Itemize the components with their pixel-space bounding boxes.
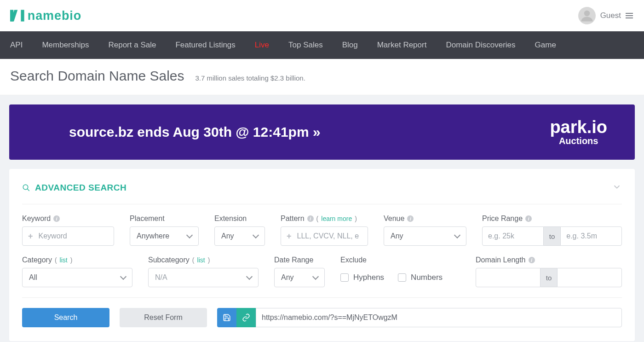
- field-exclude: Exclude Hyphens Numbers: [340, 256, 460, 287]
- info-icon[interactable]: i: [307, 215, 314, 222]
- nav-discoveries[interactable]: Domain Discoveries: [446, 41, 515, 50]
- learn-more-link[interactable]: learn more: [321, 215, 352, 222]
- form-row-2: Category (list) All Subcategory (list) N…: [22, 256, 622, 287]
- svg-point-4: [584, 11, 590, 17]
- banner-brand: park.io: [550, 118, 607, 136]
- page-title: Search Domain Name Sales: [10, 68, 184, 84]
- field-subcategory: Subcategory (list) N/A: [148, 256, 259, 287]
- panel-header[interactable]: ADVANCED SEARCH: [22, 182, 622, 204]
- page-title-row: Search Domain Name Sales 3.7 million sal…: [0, 59, 644, 95]
- subcategory-list-link[interactable]: list: [197, 256, 205, 264]
- nav-game[interactable]: Game: [535, 41, 556, 50]
- copy-link-button[interactable]: [236, 308, 256, 327]
- svg-line-6: [27, 189, 29, 191]
- venue-select[interactable]: Any: [384, 226, 466, 246]
- field-keyword: Keywordi +: [22, 214, 114, 246]
- nav-blog[interactable]: Blog: [342, 41, 358, 50]
- user-label[interactable]: Guest: [600, 11, 621, 20]
- avatar[interactable]: [578, 7, 596, 24]
- user-area: Guest: [578, 7, 633, 24]
- nav-report[interactable]: Report a Sale: [108, 41, 156, 50]
- label-keyword: Keyword: [22, 214, 51, 223]
- panel-title: ADVANCED SEARCH: [35, 183, 126, 193]
- label-venue: Venue: [384, 214, 404, 223]
- label-domainlen: Domain Length: [476, 256, 526, 264]
- page-subtitle: 3.7 million sales totaling $2.3 billion.: [196, 74, 305, 82]
- main-nav: API Memberships Report a Sale Featured L…: [0, 31, 644, 59]
- menu-icon[interactable]: [626, 13, 633, 18]
- nav-memberships[interactable]: Memberships: [42, 41, 89, 50]
- placement-select[interactable]: Anywhere: [130, 226, 199, 246]
- link-icon: [242, 313, 250, 322]
- field-extension: Extension Any: [214, 214, 265, 246]
- len-min-input[interactable]: [476, 268, 540, 287]
- banner-brand-block: park.io Auctions: [550, 118, 607, 146]
- field-daterange: Date Range Any: [274, 256, 325, 287]
- field-domainlen: Domain Lengthi to: [476, 256, 622, 287]
- search-icon: [22, 184, 30, 192]
- banner-brand-sub: Auctions: [550, 136, 607, 146]
- field-venue: Venuei Any: [384, 214, 466, 246]
- nav-live[interactable]: Live: [255, 41, 269, 50]
- pattern-input-wrap: +: [281, 226, 368, 246]
- len-max-input[interactable]: [558, 268, 621, 287]
- price-min-input[interactable]: [483, 227, 543, 245]
- nav-market[interactable]: Market Report: [377, 41, 427, 50]
- price-max-input[interactable]: [561, 227, 621, 245]
- label-pattern: Pattern: [281, 214, 305, 223]
- promo-banner[interactable]: source.bz ends Aug 30th @ 12:41pm » park…: [9, 104, 635, 160]
- label-extension: Extension: [214, 214, 247, 223]
- share-group: [217, 308, 622, 327]
- exclude-hyphens-checkbox[interactable]: Hyphens: [340, 273, 384, 282]
- save-icon: [223, 313, 231, 322]
- info-icon[interactable]: i: [407, 215, 414, 222]
- label-placement: Placement: [130, 214, 165, 223]
- banner-headline: source.bz ends Aug 30th @ 12:41pm »: [69, 124, 321, 140]
- field-placement: Placement Anywhere: [130, 214, 199, 246]
- label-daterange: Date Range: [274, 256, 313, 264]
- reset-button[interactable]: Reset Form: [120, 308, 207, 327]
- keyword-input[interactable]: [33, 227, 114, 245]
- info-icon[interactable]: i: [53, 215, 60, 222]
- plus-icon: +: [23, 232, 33, 241]
- svg-point-5: [23, 185, 28, 190]
- actions-row: Search Reset Form: [22, 308, 622, 327]
- keyword-input-wrap: +: [22, 226, 114, 246]
- category-select[interactable]: All: [22, 268, 132, 287]
- label-subcategory: Subcategory: [148, 256, 190, 264]
- label-exclude: Exclude: [340, 256, 367, 264]
- top-bar: namebio Guest: [0, 0, 644, 31]
- category-list-link[interactable]: list: [60, 256, 68, 264]
- nav-topsales[interactable]: Top Sales: [288, 41, 323, 50]
- svg-rect-2: [21, 10, 24, 21]
- info-icon[interactable]: i: [525, 215, 532, 222]
- plus-icon: +: [281, 232, 292, 241]
- label-category: Category: [22, 256, 52, 264]
- field-pattern: Pattern i (learn more) +: [281, 214, 368, 246]
- label-price: Price Range: [482, 214, 523, 223]
- form-row-1: Keywordi + Placement Anywhere Extension …: [22, 214, 622, 246]
- subcategory-select[interactable]: N/A: [148, 268, 259, 287]
- info-icon[interactable]: i: [529, 257, 535, 263]
- nav-featured[interactable]: Featured Listings: [175, 41, 235, 50]
- svg-text:namebio: namebio: [28, 9, 81, 23]
- len-sep: to: [540, 268, 558, 287]
- daterange-select[interactable]: Any: [274, 268, 325, 287]
- save-search-button[interactable]: [217, 308, 236, 327]
- nav-api[interactable]: API: [10, 41, 23, 50]
- divider: [22, 297, 622, 298]
- search-button[interactable]: Search: [22, 308, 109, 327]
- extension-select[interactable]: Any: [214, 226, 265, 246]
- field-price: Price Rangei to: [482, 214, 622, 246]
- share-url-input[interactable]: [256, 308, 621, 327]
- field-category: Category (list) All: [22, 256, 132, 287]
- logo[interactable]: namebio: [10, 7, 101, 24]
- banner-wrap: source.bz ends Aug 30th @ 12:41pm » park…: [0, 95, 644, 169]
- collapse-icon[interactable]: [612, 182, 622, 194]
- price-sep: to: [544, 226, 561, 246]
- exclude-numbers-checkbox[interactable]: Numbers: [398, 273, 443, 282]
- pattern-input[interactable]: [292, 227, 368, 245]
- advanced-search-panel: ADVANCED SEARCH Keywordi + Placement Any…: [9, 169, 635, 341]
